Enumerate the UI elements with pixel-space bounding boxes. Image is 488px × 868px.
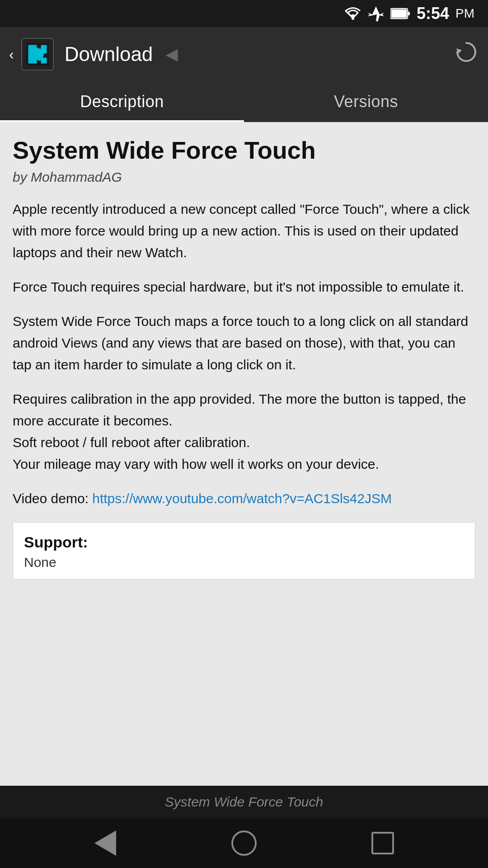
status-icons: 5:54 PM bbox=[344, 4, 474, 23]
app-icon bbox=[21, 38, 54, 71]
tab-versions[interactable]: Versions bbox=[244, 81, 488, 122]
svg-rect-3 bbox=[391, 9, 407, 18]
puzzle-icon bbox=[24, 41, 51, 68]
description-3: System Wide Force Touch maps a force tou… bbox=[13, 311, 475, 376]
back-button[interactable]: ‹ bbox=[9, 46, 14, 63]
video-link[interactable]: https://www.youtube.com/watch?v=AC1Sls42… bbox=[92, 491, 392, 506]
refresh-icon bbox=[454, 39, 479, 65]
tab-description[interactable]: Description bbox=[0, 81, 244, 122]
description-2: Force Touch requires special hardware, b… bbox=[13, 276, 475, 298]
back-arrow-icon: ‹ bbox=[9, 46, 14, 63]
nav-home-icon bbox=[231, 830, 257, 856]
app-bar-title: Download bbox=[65, 43, 153, 66]
svg-point-0 bbox=[352, 17, 354, 20]
video-label: Video demo: bbox=[13, 491, 92, 506]
main-content: System Wide Force Touch by MohammadAG Ap… bbox=[0, 122, 488, 786]
nav-home-button[interactable] bbox=[226, 825, 262, 861]
status-ampm: PM bbox=[455, 6, 474, 21]
bottom-app-name: System Wide Force Touch bbox=[165, 794, 323, 810]
svg-rect-2 bbox=[408, 12, 410, 15]
wifi-icon bbox=[344, 6, 361, 21]
description-4: Requires calibration in the app provided… bbox=[13, 388, 475, 475]
nav-back-icon bbox=[94, 830, 116, 856]
battery-icon bbox=[390, 7, 410, 20]
status-bar: 5:54 PM bbox=[0, 0, 488, 27]
nav-recents-button[interactable] bbox=[365, 825, 401, 861]
support-title: Support: bbox=[24, 533, 464, 551]
app-bar-left: ‹ Download ◀ bbox=[9, 38, 178, 71]
plugin-author: by MohammadAG bbox=[13, 170, 475, 185]
support-value: None bbox=[24, 555, 464, 570]
support-box: Support: None bbox=[13, 522, 475, 580]
nav-back-button[interactable] bbox=[87, 825, 123, 861]
nav-bar bbox=[0, 818, 488, 868]
refresh-button[interactable] bbox=[454, 39, 479, 70]
signal-icon: ◀ bbox=[165, 45, 178, 64]
bottom-bar: System Wide Force Touch bbox=[0, 786, 488, 818]
status-time: 5:54 bbox=[417, 4, 449, 23]
video-demo: Video demo: https://www.youtube.com/watc… bbox=[13, 488, 475, 509]
app-bar: ‹ Download ◀ bbox=[0, 27, 488, 81]
nav-recents-icon bbox=[371, 832, 394, 854]
description-1: Apple recently introduced a new concept … bbox=[13, 198, 475, 264]
airplane-icon bbox=[368, 5, 384, 22]
plugin-title: System Wide Force Touch bbox=[13, 136, 475, 165]
tab-bar: Description Versions bbox=[0, 81, 488, 122]
